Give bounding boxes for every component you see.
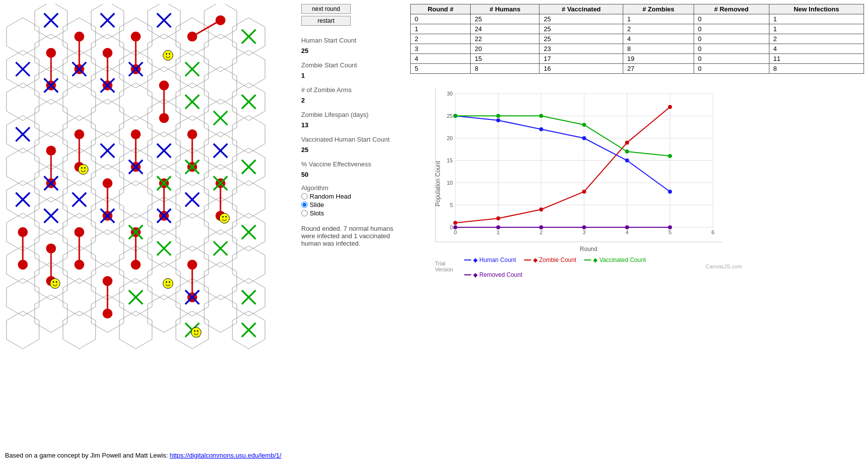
radio-slots-input[interactable] — [301, 210, 308, 216]
col-new-infections: New Infections — [769, 4, 864, 14]
radio-slide[interactable]: Slide — [301, 201, 405, 208]
legend-vaccinated-label: ◆ Vaccinated Count — [593, 257, 646, 263]
table-cell: 11 — [769, 54, 864, 64]
svg-point-51 — [668, 225, 672, 229]
table-cell: 0 — [694, 44, 769, 54]
table-cell: 0 — [694, 14, 769, 24]
legend-removed: ◆ Removed Count — [464, 271, 522, 278]
human-start-count-value: 25 — [301, 47, 405, 54]
svg-text:4: 4 — [626, 229, 629, 235]
table-cell: 1 — [411, 24, 471, 34]
table-row: 58162708 — [411, 64, 864, 74]
vaccinated-start-label: Vaccinated Human Start Count — [301, 136, 405, 143]
footer-link[interactable]: https://digitalcommons.usu.edu/lemb/1/ — [169, 452, 281, 459]
table-cell: 19 — [623, 54, 694, 64]
radio-slots[interactable]: Slots — [301, 209, 405, 217]
radio-slide-label: Slide — [310, 201, 324, 208]
radio-slots-label: Slots — [310, 209, 324, 217]
table-cell: 8 — [769, 64, 864, 74]
table-cell: 5 — [411, 64, 471, 74]
svg-text:1: 1 — [497, 229, 500, 235]
radio-slide-input[interactable] — [301, 202, 308, 208]
table-cell: 1 — [769, 14, 864, 24]
svg-text:20: 20 — [447, 135, 453, 141]
trial-label: Trial Version — [435, 260, 464, 272]
algorithm-section: Algorithm Random Head Slide Slots — [301, 184, 405, 217]
col-vaccinated: # Vaccinated — [540, 4, 623, 14]
svg-text:30: 30 — [447, 91, 453, 97]
svg-text:15: 15 — [447, 157, 453, 163]
svg-point-29 — [496, 118, 500, 122]
table-cell: 16 — [540, 64, 623, 74]
human-start-count-label: Human Start Count — [301, 37, 405, 44]
svg-text:3: 3 — [583, 229, 586, 235]
svg-point-37 — [582, 190, 586, 194]
footer-text: Based on a game concept by Jim Powell an… — [5, 452, 169, 459]
right-panel: Round # # Humans # Vaccinated # Zombies … — [410, 4, 864, 362]
table-cell: 0 — [694, 34, 769, 44]
zombie-lifespan-value: 13 — [301, 121, 405, 129]
radio-random-head-label: Random Head — [310, 193, 351, 200]
vaccine-effectiveness-label: % Vaccine Effectiveness — [301, 160, 405, 168]
table-cell: 25 — [471, 14, 540, 24]
table-cell: 2 — [769, 34, 864, 44]
chart-wrap: Population Count 0510152025300123456 Rou… — [435, 89, 742, 278]
footer: Based on a game concept by Jim Powell an… — [5, 452, 281, 459]
svg-point-46 — [453, 225, 457, 229]
svg-point-32 — [625, 158, 629, 162]
table-cell: 27 — [623, 64, 694, 74]
radio-random-head-input[interactable] — [301, 193, 308, 200]
col-humans: # Humans — [471, 4, 540, 14]
svg-point-31 — [582, 136, 586, 140]
svg-text:2: 2 — [540, 229, 542, 235]
table-cell: 0 — [694, 64, 769, 74]
svg-text:0: 0 — [454, 229, 457, 235]
svg-point-48 — [539, 225, 543, 229]
algorithm-label: Algorithm — [301, 184, 405, 192]
next-round-button[interactable]: next round — [301, 4, 351, 14]
table-cell: 3 — [411, 44, 471, 54]
svg-point-44 — [625, 150, 629, 154]
legend-removed-label: ◆ Removed Count — [473, 271, 522, 278]
hex-grid — [4, 4, 296, 362]
middle-panel: next round restart Human Start Count 25 … — [301, 4, 405, 362]
chart-legend: ◆ Human Count ◆ Zombie Count ◆ Vaccinate… — [464, 257, 705, 278]
table-cell: 15 — [471, 54, 540, 64]
vaccinated-start-value: 25 — [301, 146, 405, 154]
table-cell: 1 — [623, 14, 694, 24]
table-cell: 4 — [411, 54, 471, 64]
table-cell: 0 — [411, 14, 471, 24]
table-cell: 25 — [540, 14, 623, 24]
svg-point-38 — [625, 141, 629, 145]
svg-point-50 — [625, 225, 629, 229]
chart-y-title: Population Count — [434, 160, 441, 206]
col-round: Round # — [411, 4, 471, 14]
zombie-start-count-label: Zombie Start Count — [301, 61, 405, 69]
table-cell: 4 — [769, 44, 864, 54]
table-row: 32023804 — [411, 44, 864, 54]
svg-point-47 — [496, 225, 500, 229]
chart-x-title: Round — [435, 246, 742, 253]
table-cell: 8 — [623, 44, 694, 54]
table-cell: 1 — [769, 24, 864, 34]
svg-point-40 — [453, 114, 457, 118]
table-cell: 20 — [471, 44, 540, 54]
vaccine-effectiveness-value: 50 — [301, 171, 405, 178]
svg-point-49 — [582, 225, 586, 229]
stats-table: Round # # Humans # Vaccinated # Zombies … — [410, 4, 864, 74]
svg-point-36 — [539, 207, 543, 211]
svg-text:0: 0 — [450, 224, 453, 230]
svg-text:25: 25 — [447, 113, 453, 119]
svg-text:10: 10 — [447, 180, 453, 186]
round-message: Round ended. 7 normal humans were infect… — [301, 225, 400, 247]
svg-point-43 — [582, 123, 586, 127]
table-cell: 4 — [623, 34, 694, 44]
svg-point-35 — [496, 216, 500, 220]
stats-tbody: 0252510112425201222254023202380441517190… — [411, 14, 864, 74]
svg-point-33 — [668, 190, 672, 194]
table-row: 12425201 — [411, 24, 864, 34]
restart-button[interactable]: restart — [301, 16, 351, 26]
svg-point-34 — [453, 221, 457, 225]
legend-zombie: ◆ Zombie Count — [524, 257, 577, 263]
radio-random-head[interactable]: Random Head — [301, 193, 405, 200]
